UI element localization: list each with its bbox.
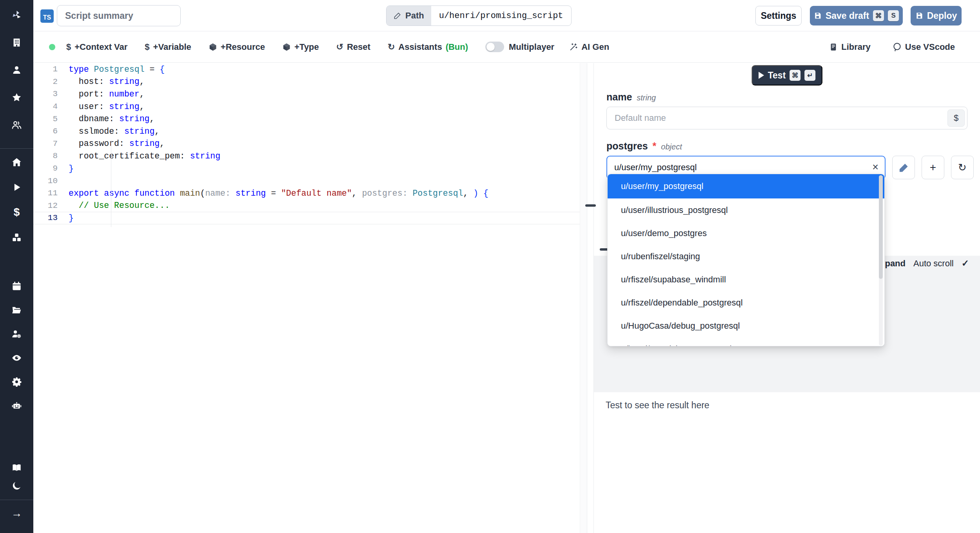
pencil-icon (899, 163, 909, 173)
code-line[interactable]: 3 port: number, (33, 88, 587, 100)
cmd-keycap: ⌘ (873, 10, 884, 21)
ai-gen-button[interactable]: AI Gen (569, 42, 609, 52)
status-dot (49, 44, 55, 50)
refresh-icon: ↻ (388, 42, 395, 52)
line-number: 11 (33, 189, 58, 198)
audit-eye-icon[interactable] (8, 349, 25, 366)
sidebar-group-bottom (8, 459, 25, 495)
script-summary-input[interactable] (57, 5, 181, 26)
runs-play-icon[interactable] (8, 178, 25, 196)
save-icon (814, 12, 822, 20)
refresh-resources-button[interactable]: ↻ (951, 156, 974, 179)
sidebar-divider-bottom (0, 500, 33, 500)
code-editor[interactable]: 1type Postgresql = {2 host: string,3 por… (33, 63, 587, 533)
line-number: 4 (33, 102, 58, 111)
dropdown-option[interactable]: u/rfiszel/supabase_windmill (608, 268, 884, 291)
multiplayer-label: Multiplayer (509, 42, 554, 52)
sidebar-group-workspace (8, 34, 25, 144)
ai-robot-icon[interactable] (8, 397, 25, 414)
settings-button[interactable]: Settings (755, 6, 802, 25)
dropdown-option[interactable]: u/rubenfiszel/staging (608, 245, 884, 268)
postgres-field-label: postgres (606, 140, 648, 152)
code-line[interactable]: 12 // Use Resource... (33, 200, 587, 212)
add-type-button[interactable]: +Type (282, 42, 319, 52)
add-variable-button[interactable]: $ +Variable (145, 42, 191, 52)
dollar-icon: $ (145, 42, 149, 52)
required-asterisk: * (653, 140, 657, 152)
path-widget[interactable]: Path u/henri/promising_script (386, 5, 572, 26)
workspace-building-icon[interactable] (8, 34, 25, 51)
insert-variable-button[interactable]: $ (947, 109, 965, 127)
magic-wand-icon (569, 43, 578, 51)
reset-button[interactable]: ↺ Reset (336, 42, 370, 52)
dropdown-option[interactable]: u/henri/promising_postgresql (608, 337, 884, 346)
code-line[interactable]: 10 (33, 175, 587, 187)
indent-guide (111, 140, 111, 227)
dropdown-option[interactable]: u/rfiszel/dependable_postgresql (608, 291, 884, 314)
library-book-icon (829, 43, 838, 51)
add-context-var-button[interactable]: $ +Context Var (66, 42, 127, 52)
docs-book-icon[interactable] (8, 459, 25, 476)
line-number: 13 (33, 213, 58, 222)
home-icon[interactable] (8, 153, 25, 171)
dark-mode-moon-icon[interactable] (8, 477, 25, 494)
name-input[interactable] (606, 107, 967, 129)
library-button[interactable]: Library (829, 42, 871, 52)
dropdown-scrollbar-thumb[interactable] (879, 175, 883, 279)
use-vscode-button[interactable]: Use VScode (893, 42, 955, 52)
test-button[interactable]: Test ⌘ ↵ (751, 65, 823, 85)
user-icon[interactable] (8, 61, 25, 78)
resource-dropdown: u/user/my_postgresqlu/user/illustrious_p… (607, 174, 885, 346)
logs-header: Expand Auto scroll ✓ (875, 258, 969, 269)
resources-cubes-icon[interactable] (8, 229, 25, 246)
assistants-button[interactable]: ↻ Assistants (Bun) (388, 42, 468, 52)
variables-dollar-icon[interactable]: $ (8, 204, 25, 221)
code-line[interactable]: 11export async function main(name: strin… (33, 187, 587, 200)
folders-icon[interactable] (8, 301, 25, 318)
groups-icon[interactable] (8, 116, 25, 133)
deploy-button[interactable]: Deploy (911, 6, 962, 25)
line-number: 3 (33, 89, 58, 98)
result-placeholder-text: Test to see the result here (606, 400, 710, 411)
resource-dropdown-list: u/user/my_postgresqlu/user/illustrious_p… (608, 174, 884, 346)
code-line[interactable]: 9} (33, 162, 587, 175)
code-line[interactable]: 7 password: string, (33, 138, 587, 150)
multiplayer-toggle[interactable] (485, 42, 504, 52)
workers-user-gear-icon[interactable] (8, 325, 25, 342)
schedules-calendar-icon[interactable] (8, 277, 25, 295)
vertical-splitter[interactable] (587, 63, 594, 533)
dropdown-option[interactable]: u/HugoCasa/debug_postgresql (608, 314, 884, 337)
code-line[interactable]: 2 host: string, (33, 76, 587, 88)
cube-icon (209, 43, 217, 51)
editor-toolbar: $ +Context Var $ +Variable +Resource +Ty… (33, 31, 980, 63)
favorites-star-icon[interactable] (8, 89, 25, 106)
edit-resource-button[interactable] (892, 156, 915, 179)
top-header: TS Path u/henri/promising_script Setting… (33, 0, 980, 31)
code-line[interactable]: 13} (33, 212, 587, 224)
splitter-handle[interactable] (585, 204, 596, 207)
dropdown-option[interactable]: u/user/illustrious_postgresql (608, 198, 884, 222)
add-resource-button[interactable]: +Resource (209, 42, 265, 52)
name-field-label: name (606, 91, 632, 103)
refresh-icon: ↻ (958, 162, 967, 174)
code-line[interactable]: 1type Postgresql = { (33, 63, 587, 76)
cmd-keycap: ⌘ (789, 70, 800, 81)
code-line[interactable]: 4 user: string, (33, 100, 587, 113)
settings-gear-icon[interactable] (8, 373, 25, 390)
add-resource-button-form[interactable]: + (922, 156, 944, 179)
clear-icon[interactable]: × (872, 161, 878, 173)
save-draft-button[interactable]: Save draft ⌘ S (810, 6, 903, 25)
windmill-script-editor: $ (0, 0, 980, 533)
editor-scrollbar[interactable] (580, 63, 587, 533)
code-line[interactable]: 8 root_certificate_pem: string (33, 150, 587, 162)
windmill-logo-icon[interactable] (8, 6, 25, 24)
line-number: 12 (33, 201, 58, 210)
line-number: 7 (33, 139, 58, 148)
code-line[interactable]: 5 dbname: string, (33, 113, 587, 125)
dropdown-option[interactable]: u/user/demo_postgres (608, 222, 884, 245)
line-number: 5 (33, 115, 58, 124)
dropdown-option[interactable]: u/user/my_postgresql (608, 174, 884, 198)
collapse-arrow-icon[interactable]: → (8, 505, 25, 522)
code-line[interactable]: 6 sslmode: string, (33, 125, 587, 138)
autoscroll-check-icon[interactable]: ✓ (962, 258, 969, 269)
